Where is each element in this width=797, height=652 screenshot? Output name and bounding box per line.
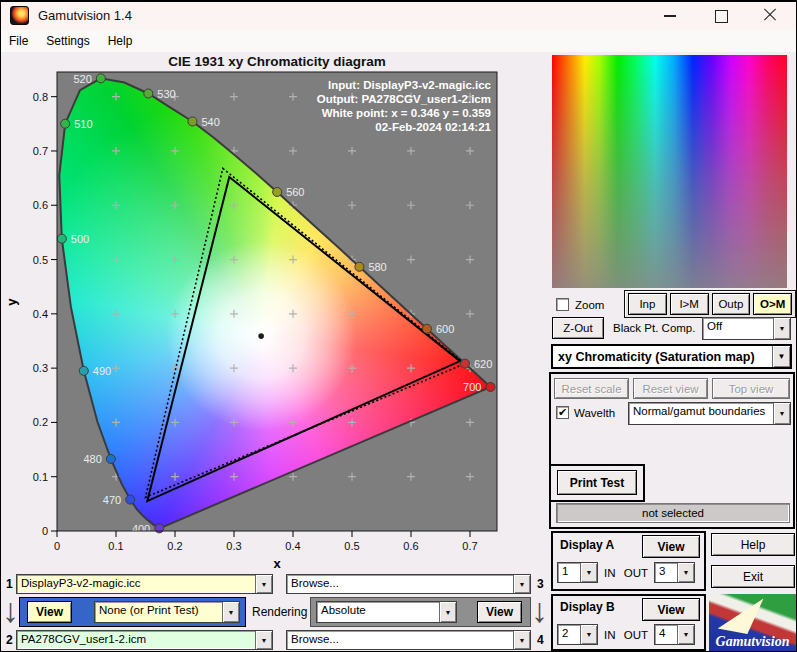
- x-tick-label: 0.7: [462, 540, 477, 552]
- logo-text: Gamutvision: [709, 634, 796, 650]
- display-b-out-dropdown[interactable]: 4 ▼: [654, 624, 695, 645]
- o-to-m-button[interactable]: O>M: [753, 293, 792, 315]
- outp-button[interactable]: Outp: [712, 293, 751, 315]
- dropdown-arrow-icon[interactable]: ▼: [772, 346, 790, 367]
- x-tick-label: 0.3: [226, 540, 241, 552]
- x-axis-title: x: [273, 556, 281, 571]
- x-tick-label: 0.6: [403, 540, 418, 552]
- display-b-view-button[interactable]: View: [642, 598, 700, 621]
- profile-2-dropdown[interactable]: PA278CGV_user1-2.icm ▼: [16, 630, 273, 650]
- rendering-label: Rendering: [252, 605, 307, 619]
- dropdown-arrow-icon[interactable]: ▼: [513, 575, 530, 593]
- flow-down-arrow-left-icon: ↓: [2, 594, 19, 626]
- minimize-icon[interactable]: [663, 8, 677, 22]
- maximize-icon[interactable]: [713, 8, 727, 22]
- menu-help[interactable]: Help: [99, 31, 142, 51]
- gamutvision-logo: Gamutvision: [709, 594, 796, 651]
- saturation-map-image[interactable]: [552, 55, 787, 288]
- y-tick-label: 0.3: [33, 362, 48, 374]
- dropdown-arrow-icon[interactable]: ▼: [255, 631, 272, 649]
- display-a-in-dropdown[interactable]: 1 ▼: [557, 562, 598, 583]
- dropdown-arrow-icon[interactable]: ▼: [580, 625, 597, 644]
- top-view-button[interactable]: Top view: [712, 378, 790, 399]
- dropdown-arrow-icon[interactable]: ▼: [580, 563, 597, 582]
- i-to-m-button[interactable]: I>M: [670, 293, 709, 315]
- slot-4-label: 4: [537, 633, 544, 647]
- y-tick-label: 0.4: [33, 308, 48, 320]
- black-pt-comp-dropdown[interactable]: Off ▼: [702, 317, 791, 340]
- y-tick-label: 0: [42, 525, 48, 537]
- reset-view-button[interactable]: Reset view: [633, 378, 708, 399]
- window-title: Gamutvision 1.4: [38, 8, 132, 23]
- dropdown-arrow-icon[interactable]: ▼: [677, 563, 694, 582]
- y-tick-label: 0.6: [33, 199, 48, 211]
- boundaries-dropdown[interactable]: Normal/gamut boundaries ▼: [628, 402, 791, 425]
- browse-3-dropdown[interactable]: Browse... ▼: [286, 574, 531, 594]
- x-tick-label: 0.5: [344, 540, 359, 552]
- display-b-in-dropdown[interactable]: 2 ▼: [557, 624, 598, 645]
- slot-1-label: 1: [6, 577, 13, 591]
- view-right-button[interactable]: View: [477, 601, 522, 623]
- exit-button[interactable]: Exit: [711, 565, 795, 588]
- dropdown-arrow-icon[interactable]: ▼: [222, 602, 239, 622]
- x-tick-label: 0.4: [285, 540, 300, 552]
- dropdown-arrow-icon[interactable]: ▼: [513, 631, 530, 649]
- rendering-intent-dropdown[interactable]: Absolute ▼: [316, 601, 457, 623]
- window-controls: [663, 8, 787, 22]
- display-a-view-button[interactable]: View: [642, 535, 700, 558]
- x-tick-label: 0: [54, 540, 60, 552]
- y-tick-label: 0.2: [33, 416, 48, 428]
- y-tick-label: 0.1: [33, 471, 48, 483]
- inp-button[interactable]: Inp: [628, 293, 667, 315]
- wavelth-checkbox[interactable]: ✔: [556, 406, 569, 419]
- app-icon: [10, 6, 29, 25]
- view-source-buttons: Inp I>M Outp O>M: [624, 290, 796, 318]
- menu-file[interactable]: File: [0, 31, 37, 51]
- reset-scale-button[interactable]: Reset scale: [554, 378, 629, 399]
- display-mode-dropdown[interactable]: xy Chromaticity (Saturation map) ▼: [551, 344, 792, 369]
- y-tick-label: 0.5: [33, 254, 48, 266]
- wavelth-checkbox-label: Wavelth: [574, 407, 615, 419]
- y-tick-label: 0.7: [33, 145, 48, 157]
- z-out-button[interactable]: Z-Out: [552, 317, 604, 339]
- x-tick-label: 0.1: [108, 540, 123, 552]
- flow-down-arrow-right-icon: ↓: [531, 594, 548, 626]
- menubar: File Settings Help: [0, 30, 797, 52]
- logo-sail-icon: [718, 599, 772, 634]
- dropdown-arrow-icon[interactable]: ▼: [773, 318, 790, 339]
- selection-status: not selected: [556, 503, 790, 523]
- print-test-button[interactable]: Print Test: [557, 470, 637, 495]
- help-button[interactable]: Help: [711, 533, 795, 556]
- dropdown-arrow-icon[interactable]: ▼: [677, 625, 694, 644]
- dropdown-arrow-icon[interactable]: ▼: [439, 602, 456, 622]
- black-pt-comp-label: Black Pt. Comp.: [613, 322, 695, 334]
- chart-title: CIE 1931 xy Chromaticity diagram: [168, 54, 386, 69]
- zoom-checkbox-label: Zoom: [575, 299, 604, 311]
- display-b-title: Display B: [560, 600, 615, 614]
- close-icon[interactable]: [763, 8, 777, 22]
- x-tick-label: 0.2: [167, 540, 182, 552]
- display-b-inout-label: IN OUT: [604, 629, 648, 641]
- profile-1-dropdown[interactable]: DisplayP3-v2-magic.icc ▼: [16, 574, 273, 594]
- browse-4-dropdown[interactable]: Browse... ▼: [286, 630, 531, 650]
- view-left-button[interactable]: View: [27, 601, 72, 623]
- display-a-title: Display A: [560, 538, 614, 552]
- dropdown-arrow-icon[interactable]: ▼: [773, 403, 790, 424]
- titlebar: Gamutvision 1.4: [0, 0, 797, 30]
- menu-settings[interactable]: Settings: [37, 31, 98, 51]
- y-axis-title: y: [4, 298, 19, 306]
- dropdown-arrow-icon[interactable]: ▼: [255, 575, 272, 593]
- transform-dropdown[interactable]: None (or Print Test) ▼: [94, 601, 240, 623]
- display-a-inout-label: IN OUT: [604, 567, 648, 579]
- slot-2-label: 2: [6, 633, 13, 647]
- y-tick-label: 0.8: [33, 91, 48, 103]
- slot-3-label: 3: [537, 577, 544, 591]
- display-a-out-dropdown[interactable]: 3 ▼: [654, 562, 695, 583]
- zoom-checkbox[interactable]: [556, 298, 569, 311]
